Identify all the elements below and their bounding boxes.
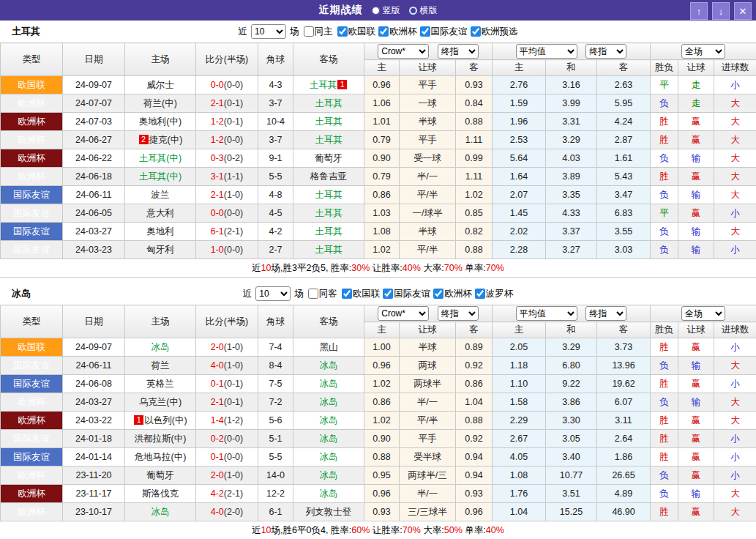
col-date: 日期 bbox=[63, 305, 125, 338]
full-match-select[interactable]: 全场 bbox=[681, 44, 725, 59]
handicap-odds-cell: 0.92 bbox=[456, 357, 493, 375]
league-checkbox[interactable] bbox=[420, 26, 430, 37]
move-up-button[interactable]: ↑ bbox=[690, 2, 708, 20]
league-filter[interactable]: 欧洲杯 bbox=[375, 26, 417, 38]
handicap-odds-group: Crow* 终指 bbox=[364, 305, 493, 322]
handicap-odds-cell: 0.86 bbox=[456, 375, 493, 393]
handicap-odds-cell: 0.86 bbox=[364, 186, 400, 204]
league-checkbox[interactable] bbox=[433, 289, 444, 299]
handicap-odds-cell: 半/一 bbox=[400, 393, 456, 412]
halftime-score: (0-1) bbox=[224, 397, 243, 407]
score-cell: 1-0(0-0) bbox=[196, 241, 258, 259]
result-cell: 输 bbox=[678, 241, 714, 259]
match-type-cell: 欧国联 bbox=[1, 338, 63, 357]
recent-count-select[interactable]: 10 bbox=[255, 286, 291, 301]
close-button[interactable]: ✕ bbox=[734, 2, 752, 20]
europe-odds-cell: 1.04 bbox=[493, 503, 546, 521]
match-row: 欧洲杯24-06-18土耳其(中)3-1(1-1)5-5格鲁吉亚0.79半/一1… bbox=[1, 168, 756, 186]
games-label: 场 bbox=[294, 288, 304, 300]
subcol-draw: 和 bbox=[546, 322, 597, 338]
final-odds-select[interactable]: 终指 bbox=[438, 306, 479, 321]
team-name-label: 冰岛 bbox=[12, 287, 31, 300]
team-name: 威尔士 bbox=[146, 80, 174, 90]
match-type-cell: 欧国联 bbox=[1, 76, 63, 94]
table-body: 欧国联24-09-07威尔士0-0(0-0)4-3土耳其10.96平手0.932… bbox=[1, 76, 756, 259]
europe-odds-cell: 1.58 bbox=[493, 393, 546, 412]
result-cell: 大 bbox=[714, 485, 756, 503]
match-type-cell: 国际友谊 bbox=[1, 375, 63, 393]
handicap-odds-cell: 0.96 bbox=[456, 503, 493, 521]
europe-odds-cell: 10.77 bbox=[546, 466, 597, 485]
full-match-select[interactable]: 全场 bbox=[681, 306, 725, 321]
col-away: 客场 bbox=[293, 43, 364, 76]
final-odds-select-2[interactable]: 终指 bbox=[585, 44, 626, 59]
league-checkbox[interactable] bbox=[475, 289, 485, 299]
league-checkbox[interactable] bbox=[342, 289, 352, 299]
league-filter[interactable]: 国际友谊 bbox=[417, 26, 468, 38]
same-venue-checkbox[interactable] bbox=[304, 26, 314, 37]
handicap-odds-cell: 平手 bbox=[400, 76, 456, 94]
league-checkbox[interactable] bbox=[378, 26, 389, 37]
result-cell: 赢 bbox=[678, 375, 714, 393]
away-team-cell: 土耳其 bbox=[293, 204, 364, 223]
section-divider bbox=[0, 278, 756, 283]
league-filter[interactable]: 欧国联 bbox=[339, 288, 381, 300]
europe-odds-cell: 2.02 bbox=[493, 223, 546, 241]
same-venue-filter[interactable]: 同客 bbox=[305, 288, 337, 300]
average-odds-select[interactable]: 平均值 bbox=[516, 306, 577, 321]
league-label: 欧洲杯 bbox=[389, 26, 417, 38]
radio-vertical-layout[interactable]: 竖版 bbox=[372, 4, 400, 17]
handicap-odds-cell: 0.93 bbox=[456, 485, 493, 503]
league-filter[interactable]: 欧洲预选 bbox=[468, 26, 518, 38]
match-date-cell: 24-06-05 bbox=[63, 204, 125, 223]
league-checkbox[interactable] bbox=[337, 26, 348, 37]
europe-odds-cell: 9.22 bbox=[546, 375, 597, 393]
team-name: 土耳其 bbox=[315, 245, 343, 255]
league-filter[interactable]: 国际友谊 bbox=[380, 288, 430, 300]
score-cell: 4-0(1-0) bbox=[196, 357, 258, 375]
final-odds-select-2[interactable]: 终指 bbox=[585, 306, 626, 321]
europe-odds-cell: 4.33 bbox=[546, 204, 597, 223]
handicap-odds-cell: 半球 bbox=[400, 223, 456, 241]
result-cell: 负 bbox=[651, 485, 678, 503]
europe-odds-cell: 3.11 bbox=[597, 412, 651, 430]
league-filter[interactable]: 欧洲杯 bbox=[430, 288, 472, 300]
recent-count-select[interactable]: 10 bbox=[251, 24, 286, 39]
away-team-cell: 土耳其 bbox=[293, 113, 364, 131]
match-date-cell: 24-09-07 bbox=[63, 338, 125, 357]
league-filter[interactable]: 欧国联 bbox=[334, 26, 376, 38]
europe-odds-cell: 46.90 bbox=[597, 503, 651, 521]
average-odds-select[interactable]: 平均值 bbox=[516, 44, 577, 59]
bookmaker-select[interactable]: Crow* bbox=[378, 44, 429, 59]
subcol-win: 主 bbox=[493, 60, 546, 76]
radio-horizontal-layout[interactable]: 横版 bbox=[409, 4, 438, 17]
team-name: 斯洛伐克 bbox=[142, 488, 179, 499]
team-name: 冰岛 bbox=[151, 507, 170, 517]
subcol-draw: 和 bbox=[546, 60, 597, 76]
match-row: 欧洲杯24-07-07荷兰(中)2-1(0-1)3-7土耳其1.06一球0.84… bbox=[1, 94, 756, 113]
move-down-button[interactable]: ↓ bbox=[712, 2, 730, 20]
league-checkbox[interactable] bbox=[471, 26, 481, 37]
same-venue-checkbox[interactable] bbox=[308, 289, 318, 299]
europe-odds-cell: 4.24 bbox=[597, 113, 651, 131]
table-header: 类型 日期 主场 比分(半场) 角球 客场 Crow* 终指 平均值 终指 全场… bbox=[1, 43, 756, 76]
handicap-odds-cell: 两球半 bbox=[400, 375, 456, 393]
halftime-score: (2-0) bbox=[224, 507, 243, 517]
league-label: 国际友谊 bbox=[394, 288, 430, 300]
bookmaker-select[interactable]: Crow* bbox=[378, 306, 429, 321]
summary-segment: 30% bbox=[351, 263, 370, 273]
result-cell: 赢 bbox=[678, 338, 714, 357]
league-checkbox[interactable] bbox=[383, 289, 393, 299]
subcol-result: 胜负 bbox=[651, 60, 678, 76]
score-cell: 1-2(0-1) bbox=[196, 113, 258, 131]
final-odds-select[interactable]: 终指 bbox=[438, 44, 479, 59]
same-venue-filter[interactable]: 同主 bbox=[301, 26, 333, 38]
handicap-odds-cell: 0.93 bbox=[364, 503, 400, 521]
team-name: 荷兰(中) bbox=[143, 98, 177, 108]
home-team-cell: 葡萄牙 bbox=[125, 466, 196, 485]
match-type-cell: 欧洲杯 bbox=[1, 131, 63, 149]
league-filter[interactable]: 波罗杯 bbox=[472, 288, 514, 300]
radio-selected-icon bbox=[372, 7, 380, 15]
result-cell: 大 bbox=[714, 186, 756, 204]
match-row: 国际友谊24-01-18洪都拉斯(中)0-2(0-0)5-1冰岛0.90平手0.… bbox=[1, 430, 756, 448]
